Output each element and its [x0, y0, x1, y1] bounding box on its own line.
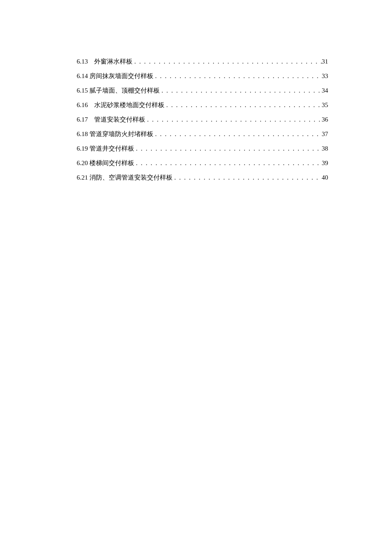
toc-entry-number: 6.16: [77, 102, 88, 109]
toc-entry-title: 水泥砂浆楼地面交付样板: [94, 101, 164, 109]
toc-entry-page: 37: [322, 131, 328, 138]
toc-entry-title: 楼梯间交付样板: [89, 159, 134, 167]
toc-entry-number: 6.14: [77, 73, 88, 80]
toc-entry-number: 6.15: [77, 87, 88, 94]
toc-entry-page: 35: [322, 102, 328, 109]
toc-entry: 6.13 外窗淋水样板31: [77, 58, 328, 66]
toc-entry: 6.21 消防、空调管道安装交付样板40: [77, 174, 328, 182]
toc-entry-page: 40: [322, 174, 328, 181]
toc-entry-leader-dots: [133, 58, 322, 65]
toc-entry-number: 6.13: [77, 58, 88, 65]
toc-entry: 6.16 水泥砂浆楼地面交付样板35: [77, 101, 328, 109]
table-of-contents: 6.13 外窗淋水样板316.14 房间抹灰墙面交付样板336.15 腻子墙面、…: [77, 58, 328, 182]
toc-entry-leader-dots: [145, 116, 322, 123]
toc-entry-title: 管道安装交付样板: [94, 116, 145, 124]
toc-entry-page: 36: [322, 116, 328, 123]
toc-entry: 6.15 腻子墙面、顶棚交付样板34: [77, 87, 328, 95]
toc-entry-title: 房间抹灰墙面交付样板: [89, 72, 153, 80]
toc-entry-gap: [88, 102, 94, 109]
toc-entry-number: 6.17: [77, 116, 88, 123]
toc-entry-page: 34: [322, 87, 328, 94]
toc-entry-leader-dots: [153, 131, 322, 138]
toc-entry: 6.17 管道安装交付样板36: [77, 116, 328, 124]
toc-entry-leader-dots: [153, 73, 322, 80]
toc-entry-page: 38: [322, 145, 328, 152]
toc-entry-title: 管道井交付样板: [89, 145, 134, 153]
toc-entry-title: 外窗淋水样板: [94, 58, 133, 66]
toc-entry-leader-dots: [160, 87, 322, 94]
toc-entry-page: 31: [322, 58, 328, 65]
toc-entry: 6.20 楼梯间交付样板39: [77, 159, 328, 167]
toc-entry-leader-dots: [134, 145, 322, 152]
toc-entry-leader-dots: [164, 102, 322, 109]
toc-entry-gap: [88, 116, 94, 123]
toc-entry: 6.19 管道井交付样板38: [77, 145, 328, 153]
toc-entry-title: 消防、空调管道安装交付样板: [89, 174, 173, 182]
toc-entry: 6.18 管道穿墙防火封堵样板37: [77, 130, 328, 138]
toc-entry-page: 39: [322, 160, 328, 167]
toc-entry-number: 6.19: [77, 145, 88, 152]
toc-entry-title: 腻子墙面、顶棚交付样板: [89, 87, 160, 95]
toc-entry-page: 33: [322, 73, 328, 80]
toc-entry-number: 6.21: [77, 174, 88, 181]
toc-entry: 6.14 房间抹灰墙面交付样板33: [77, 72, 328, 80]
toc-entry-title: 管道穿墙防火封堵样板: [89, 130, 153, 138]
toc-entry-number: 6.20: [77, 160, 88, 167]
toc-entry-leader-dots: [134, 160, 322, 167]
toc-entry-leader-dots: [173, 174, 322, 181]
toc-entry-number: 6.18: [77, 131, 88, 138]
toc-entry-gap: [88, 58, 94, 65]
